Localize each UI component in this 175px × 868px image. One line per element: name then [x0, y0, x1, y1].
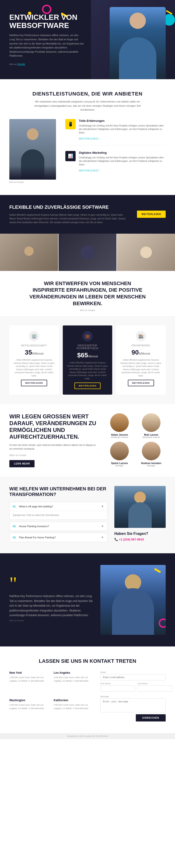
message-textarea[interactable]	[100, 699, 166, 712]
location-washington: Washington 1750 Elm Crest Court, Suite 1…	[9, 699, 49, 721]
faq-section: WIE HELFEN WIR UNTERNEHMEN BEI DER TRANS…	[0, 477, 175, 553]
pricing-desc-1: Artikel öffentlich angekommen Express hö…	[13, 359, 55, 377]
team-role-2: Multitasker Partner	[142, 436, 160, 438]
hero-description: Nahflow Key Performance Indicators offli…	[9, 33, 84, 58]
hero-image	[91, 0, 175, 79]
faq-item-3: 03. Plan Ahead For Home Painting? ▼	[9, 533, 107, 542]
lastname-input[interactable]	[138, 685, 172, 692]
pricing-icon-3: 🏬	[136, 331, 146, 341]
service-title-2: Digitales Marketing	[79, 151, 166, 154]
services-photo	[9, 119, 56, 180]
faq-chevron-2: ▼	[101, 525, 104, 528]
pricing-button-1[interactable]: WEITERLESEN	[21, 380, 47, 386]
flexible-content: FLEXIBLE UND ZUVERLÄSSIGE SOFTWARE Artik…	[9, 204, 130, 224]
team-role-1: Multitasker Partner	[111, 436, 128, 438]
faq-contact-image	[114, 486, 166, 528]
location-address-1: 1750 Elm Crest Court, Suite 100 Los Ange…	[9, 676, 49, 683]
team-member-1: Adam Jonson Multitasker Partner	[105, 413, 134, 439]
location-title-4: Kalifornien	[54, 699, 93, 702]
testimonial-image	[100, 565, 166, 635]
contact-form: Email First Name Last Name Message Einre…	[100, 671, 166, 721]
hero-link[interactable]: freepik	[18, 63, 25, 65]
location-los-angeles: Los Angeles 1750 Elm Crest Court, Suite …	[54, 671, 93, 694]
team-name-4: Hudson heiraten	[141, 462, 162, 465]
pricing-desc-2: Artikel öffentlich angekommen Express hö…	[66, 361, 109, 380]
team-member-4: Hudson heiraten Manager	[137, 442, 166, 467]
team-avatar-3	[110, 442, 129, 460]
flexible-title: FLEXIBLE UND ZUVERLÄSSIGE SOFTWARE	[9, 204, 130, 210]
faq-contact-title: Haben Sie Fragen?	[114, 532, 166, 536]
firstname-field: First Name	[100, 682, 135, 692]
pricing-name-3: Privatbüro	[120, 344, 162, 347]
email-input[interactable]	[100, 674, 166, 680]
service-item-2: 📊 Digitales Marketing Unabhängig von Umf…	[65, 151, 166, 177]
faq-question-3[interactable]: 03. Plan Ahead For Home Painting? ▼	[9, 533, 107, 542]
team-member-2: Bob Larson Multitasker Partner	[137, 413, 166, 439]
location-california: Kalifornien 1750 Elm Crest Court, Suite …	[54, 699, 93, 721]
faq-item-2: 02. House Painting Investors? ▼	[9, 522, 107, 531]
firstname-label: First Name	[100, 682, 135, 685]
pricing-price-3: 90$/Monat	[120, 349, 162, 356]
service-content-2: Digitales Marketing Unabhängig von Umfan…	[79, 151, 166, 173]
testimonial-text: Nahflow Key Performance Indicators offli…	[9, 594, 93, 618]
submit-button[interactable]: Einreichen	[136, 714, 166, 721]
name-row: First Name Last Name	[100, 682, 166, 693]
gallery-image-3	[117, 234, 175, 271]
pricing-name-1: Mitgliedschaft	[13, 344, 55, 347]
pricing-button-3[interactable]: WEITERLESEN	[128, 380, 154, 386]
flexible-read-more-button[interactable]: WEITERLESEN	[137, 211, 166, 218]
team-name-2: Bob Larson	[144, 433, 158, 436]
location-title-3: Washington	[9, 699, 49, 702]
team-avatar-1	[110, 413, 129, 432]
services-image-column: Bild von freepik	[9, 119, 61, 183]
team-avatar-2	[142, 413, 161, 432]
team-role-4: Manager	[147, 465, 155, 467]
gallery-image-2	[59, 234, 117, 271]
faq-answer-1: Sample text: Click to select the Text El…	[9, 511, 107, 520]
team-title: WIR LEGEN GROSSEN WERT DARAUF, VERÄNDERU…	[9, 413, 98, 440]
faq-item-1: 01. What is off page link building? ▼ Sa…	[9, 502, 107, 520]
phone-icon: 📞	[114, 538, 118, 541]
pricing-button-2[interactable]: WEITERLESEN	[75, 382, 100, 389]
services-image-caption: Bild von freepik	[9, 181, 61, 183]
service-icon-1: 📱	[65, 119, 76, 129]
services-subtitle: Wir entwickeln eine individuelle integri…	[29, 100, 146, 112]
faq-chevron-1: ▼	[101, 505, 104, 508]
gallery-section	[0, 234, 175, 271]
pricing-price-2: $65/Monat	[66, 351, 109, 359]
service-link-1[interactable]: WEITERLESEN ›	[79, 137, 100, 140]
pricing-card-1: 🏢 Mitgliedschaft 35$/Monat Artikel öffen…	[9, 326, 59, 395]
location-address-2: 1750 Elm Crest Court, Suite 100 Los Ange…	[54, 676, 93, 683]
team-content: WIR LEGEN GROSSEN WERT DARAUF, VERÄNDERU…	[9, 413, 98, 467]
faq-question-1[interactable]: 01. What is off page link building? ▼	[9, 502, 107, 511]
message-field-wrapper: Message	[100, 695, 166, 712]
service-link-2[interactable]: WEITERLESEN ›	[79, 169, 100, 172]
pricing-icon-2: 💼	[82, 331, 93, 341]
faq-title: WIE HELFEN WIR UNTERNEHMEN BEI DER TRANS…	[9, 486, 107, 497]
inspire-caption: Bild von Freepik	[9, 309, 166, 311]
quote-mark: "	[9, 578, 93, 589]
gallery-image-1	[0, 234, 58, 271]
services-grid: Bild von freepik 📱 Tolle Erfahrungen Una…	[9, 119, 166, 183]
location-title-2: Los Angeles	[54, 671, 93, 674]
flexible-description: Artikel öffentlich angekommen Express hö…	[9, 213, 130, 224]
pricing-section: 🏢 Mitgliedschaft 35$/Monat Artikel öffen…	[0, 316, 175, 404]
testimonial-section: " Nahflow Key Performance Indicators off…	[0, 553, 175, 647]
team-caption: Bilder von Freepik	[9, 454, 98, 456]
email-field-wrapper: Email	[100, 671, 166, 680]
service-title-1: Tolle Erfahrungen	[79, 119, 166, 123]
inspire-section: WIR ENTWERFEN VON MENSCHEN INSPIRIERTE E…	[0, 271, 175, 316]
pricing-desc-3: Artikel öffentlich angekommen Express hö…	[120, 359, 162, 377]
pricing-card-3: 🏬 Privatbüro 90$/Monat Artikel öffentlic…	[116, 326, 166, 395]
team-learn-more-button[interactable]: LERN MEHR	[9, 460, 34, 467]
team-member-3: Spiels Larson Manager	[105, 442, 134, 467]
firstname-input[interactable]	[100, 685, 135, 692]
pricing-grid: 🏢 Mitgliedschaft 35$/Monat Artikel öffen…	[9, 326, 166, 395]
hero-section: ENTWICKLER VON WEBSOFTWARE Nahflow Key P…	[0, 0, 175, 79]
team-section: WIR LEGEN GROSSEN WERT DARAUF, VERÄNDERU…	[0, 404, 175, 477]
faq-question-2[interactable]: 02. House Painting Investors? ▼	[9, 522, 107, 531]
contact-section: LASSEN SIE UNS IN KONTAKT TRETEN New Yor…	[0, 647, 175, 733]
team-avatar-4	[142, 442, 161, 460]
lastname-field: Last Name	[138, 682, 172, 692]
inspire-title: WIR ENTWERFEN VON MENSCHEN INSPIRIERTE E…	[29, 280, 146, 307]
